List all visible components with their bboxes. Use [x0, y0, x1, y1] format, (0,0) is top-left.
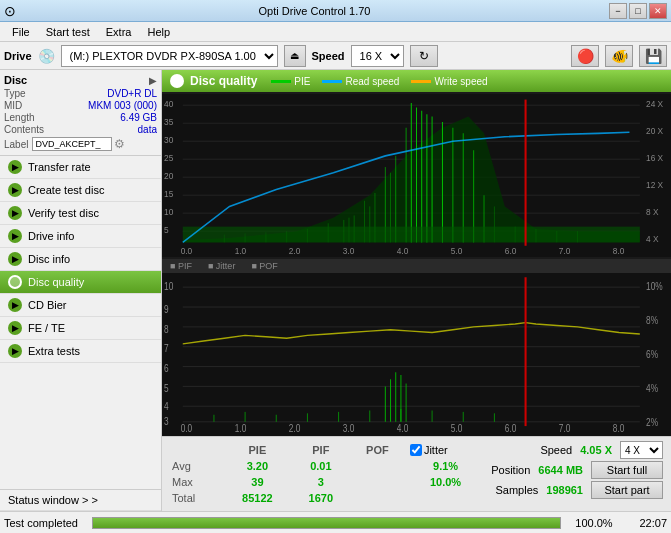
- right-panel: Disc quality PIE Read speed Write speed: [162, 70, 671, 511]
- svg-rect-66: [162, 273, 671, 436]
- legend-read-color: [322, 80, 342, 83]
- disc-key-mid: MID: [4, 100, 22, 111]
- menu-start-test[interactable]: Start test: [38, 24, 98, 40]
- drive-label: Drive: [4, 50, 32, 62]
- svg-text:25: 25: [164, 153, 173, 163]
- disc-key-length: Length: [4, 112, 35, 123]
- elapsed-time: 22:07: [627, 517, 667, 529]
- nav-label-drive-info: Drive info: [28, 230, 74, 242]
- speed-select2[interactable]: 4 X 8 X 16 X: [620, 441, 663, 459]
- svg-text:4 X: 4 X: [646, 234, 659, 244]
- disc-row-mid: MID MKM 003 (000): [4, 100, 157, 111]
- svg-text:4%: 4%: [646, 382, 658, 395]
- stats-empty: [168, 443, 222, 457]
- svg-text:3: 3: [164, 414, 169, 427]
- stats-left: PIE PIF POF Jitter Avg 3.20 0: [166, 441, 487, 507]
- nav-label-fe-te: FE / TE: [28, 322, 65, 334]
- legend-write-color: [411, 80, 431, 83]
- jitter-text: Jitter: [424, 444, 448, 456]
- app-icon: ⊙: [4, 3, 16, 19]
- jitter-checkbox[interactable]: [410, 444, 422, 456]
- svg-text:8.0: 8.0: [613, 245, 625, 255]
- speed-label: Speed: [312, 50, 345, 62]
- stats-max-pie: 39: [224, 475, 291, 489]
- maximize-button[interactable]: □: [629, 3, 647, 19]
- close-button[interactable]: ✕: [649, 3, 667, 19]
- disc-row-type: Type DVD+R DL: [4, 88, 157, 99]
- refresh-button[interactable]: ↻: [410, 45, 438, 67]
- stats-avg-jitter: 9.1%: [406, 459, 485, 473]
- svg-text:40: 40: [164, 99, 173, 109]
- svg-text:4.0: 4.0: [397, 421, 409, 434]
- menu-extra[interactable]: Extra: [98, 24, 140, 40]
- drive-eject-button[interactable]: ⏏: [284, 45, 306, 67]
- svg-text:5.0: 5.0: [451, 245, 463, 255]
- svg-text:12 X: 12 X: [646, 180, 663, 190]
- svg-text:16 X: 16 X: [646, 153, 663, 163]
- stats-max-pif: 3: [293, 475, 349, 489]
- nav-transfer-rate[interactable]: ▶ Transfer rate: [0, 156, 161, 179]
- svg-text:6: 6: [164, 362, 169, 375]
- status-window-label: Status window > >: [8, 494, 98, 506]
- disc-key-contents: Contents: [4, 124, 44, 135]
- title-bar: ⊙ Opti Drive Control 1.70 − □ ✕: [0, 0, 671, 22]
- pof-legend: ■ POF: [251, 261, 277, 271]
- nav-disc-info[interactable]: ▶ Disc info: [0, 248, 161, 271]
- minimize-button[interactable]: −: [609, 3, 627, 19]
- svg-text:20 X: 20 X: [646, 126, 663, 136]
- speed-info-row: Speed 4.05 X 4 X 8 X 16 X: [540, 441, 663, 459]
- nav-verify-test-disc[interactable]: ▶ Verify test disc: [0, 202, 161, 225]
- disc-section: Disc ▶ Type DVD+R DL MID MKM 003 (000) L…: [0, 70, 161, 156]
- stats-avg-pie: 3.20: [224, 459, 291, 473]
- toolbar-btn3[interactable]: 💾: [639, 45, 667, 67]
- stats-panel: PIE PIF POF Jitter Avg 3.20 0: [162, 436, 671, 511]
- dq-circle-icon: [170, 74, 184, 88]
- jitter-label[interactable]: Jitter: [410, 444, 481, 456]
- svg-text:1.0: 1.0: [235, 245, 247, 255]
- drive-icon: 💿: [38, 48, 55, 64]
- stats-header-pie: PIE: [224, 443, 291, 457]
- svg-text:1.0: 1.0: [235, 421, 247, 434]
- menu-help[interactable]: Help: [139, 24, 178, 40]
- start-part-button[interactable]: Start part: [591, 481, 663, 499]
- nav-fe-te[interactable]: ▶ FE / TE: [0, 317, 161, 340]
- legend-read: Read speed: [322, 76, 399, 87]
- drive-select[interactable]: (M:) PLEXTOR DVDR PX-890SA 1.00: [61, 45, 278, 67]
- nav-label-create: Create test disc: [28, 184, 104, 196]
- disc-key-label: Label: [4, 139, 28, 150]
- nav-disc-quality[interactable]: Disc quality: [0, 271, 161, 294]
- stats-max-pof: [351, 475, 404, 489]
- nav-cd-bier[interactable]: ▶ CD Bier: [0, 294, 161, 317]
- status-window-button[interactable]: Status window > >: [0, 489, 161, 511]
- main-layout: Disc ▶ Type DVD+R DL MID MKM 003 (000) L…: [0, 70, 671, 511]
- svg-text:8%: 8%: [646, 314, 658, 327]
- position-val: 6644 MB: [538, 464, 583, 476]
- start-full-button[interactable]: Start full: [591, 461, 663, 479]
- upper-chart-svg: 40 35 30 25 20 15 10 5 24 X 20 X 16 X 12…: [162, 94, 671, 257]
- label-input[interactable]: [32, 137, 112, 151]
- disc-title: Disc: [4, 74, 27, 86]
- svg-text:7: 7: [164, 342, 169, 355]
- svg-text:6.0: 6.0: [505, 421, 517, 434]
- svg-rect-64: [183, 227, 640, 243]
- svg-text:3.0: 3.0: [343, 245, 355, 255]
- speed-select[interactable]: 16 X: [351, 45, 404, 67]
- disc-val-contents: data: [138, 124, 157, 135]
- legend-write: Write speed: [411, 76, 487, 87]
- svg-text:2%: 2%: [646, 416, 658, 429]
- jitter-checkbox-cell: Jitter: [406, 443, 485, 457]
- title-bar-left: ⊙: [4, 3, 20, 19]
- svg-text:6.0: 6.0: [505, 245, 517, 255]
- toolbar-btn2[interactable]: 🐠: [605, 45, 633, 67]
- svg-text:10%: 10%: [646, 280, 663, 293]
- nav-create-test-disc[interactable]: ▶ Create test disc: [0, 179, 161, 202]
- samples-label: Samples: [495, 484, 538, 496]
- nav-extra-tests[interactable]: ▶ Extra tests: [0, 340, 161, 363]
- toolbar-btn1[interactable]: 🔴: [571, 45, 599, 67]
- svg-text:7.0: 7.0: [559, 245, 571, 255]
- speed-info-val: 4.05 X: [580, 444, 612, 456]
- jitter-legend: ■ Jitter: [208, 261, 235, 271]
- nav-drive-info[interactable]: ▶ Drive info: [0, 225, 161, 248]
- progress-bar-fill: [93, 518, 560, 528]
- menu-file[interactable]: File: [4, 24, 38, 40]
